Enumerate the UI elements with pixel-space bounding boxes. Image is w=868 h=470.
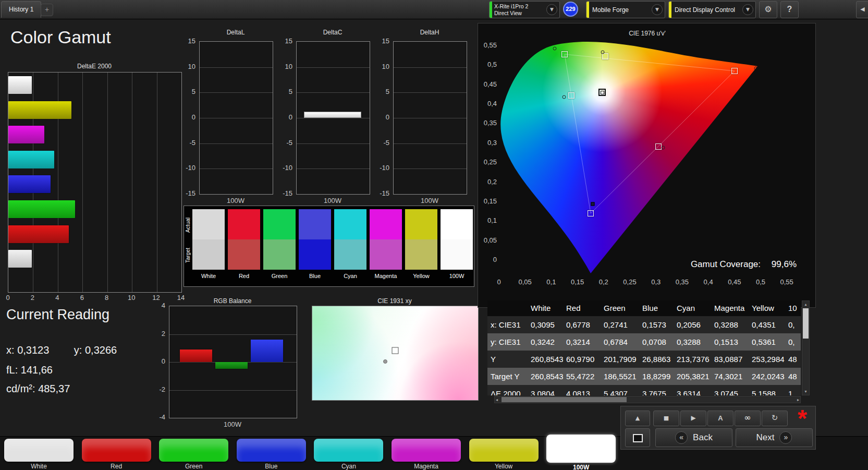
- pattern-button-magenta[interactable]: Magenta: [392, 437, 461, 470]
- axis-tick-label: 0,4: [479, 100, 497, 107]
- pattern-button-white[interactable]: White: [4, 437, 74, 470]
- gridline: [394, 92, 467, 93]
- cie1976-xaxis: 00,050,10,150,20,250,30,350,40,450,50,55: [499, 278, 801, 286]
- scroll-up-icon[interactable]: ▴: [802, 302, 809, 307]
- axis-tick-label: 0,3: [479, 139, 497, 147]
- axis-tick-label: 15: [376, 37, 389, 45]
- gridline: [297, 168, 370, 169]
- pattern-color-swatch: [82, 439, 151, 462]
- yellow-target-marker: [602, 53, 608, 59]
- help-button[interactable]: ?: [780, 1, 799, 18]
- axis-tick-label: 10: [128, 294, 135, 302]
- calibration-alert-button[interactable]: *: [791, 403, 814, 426]
- cie1976-title: CIE 1976 u'v': [478, 30, 816, 37]
- source-selector[interactable]: Mobile Forge ▼: [586, 1, 665, 18]
- deltah-plot: [393, 41, 467, 195]
- deltah-xlabel: 100W: [393, 197, 466, 204]
- axis-tick-label: -5: [279, 139, 292, 147]
- meter-count-badge[interactable]: 229: [563, 2, 578, 17]
- axis-tick-label: 0,55: [479, 41, 497, 49]
- pattern-button-green[interactable]: Green: [159, 437, 228, 470]
- pattern-color-swatch: [546, 435, 616, 463]
- axis-tick-label: 0,55: [780, 278, 793, 286]
- swatch-actual: [334, 209, 366, 239]
- gridline: [394, 143, 467, 144]
- reading-x: x: 0,3123 y: 0,3266: [6, 344, 117, 356]
- table-header-cell: [487, 300, 528, 316]
- axis-tick-label: 0,2: [479, 178, 497, 186]
- swatch-100w: 100W: [441, 206, 473, 284]
- table-cell: 0,5361: [749, 333, 785, 351]
- swatch-white: White: [192, 206, 225, 284]
- deltac-plot: [296, 41, 370, 195]
- swatch-actual: [263, 209, 296, 239]
- window-layout-button[interactable]: [625, 428, 650, 447]
- table-cell: 0,: [785, 333, 801, 351]
- back-button[interactable]: « Back: [655, 428, 732, 447]
- table-cell: 213,7376: [674, 351, 711, 368]
- window-layout-icon: [633, 434, 643, 442]
- gridline: [200, 168, 273, 169]
- reading-fl-value: 141,66: [21, 364, 53, 376]
- arrow-up-icon: ▲: [635, 415, 640, 421]
- add-tab-button[interactable]: +: [41, 4, 53, 16]
- swatch-actual: [370, 209, 402, 239]
- chevron-down-icon[interactable]: ▼: [742, 4, 753, 15]
- scroll-right-icon[interactable]: ▸: [797, 397, 799, 402]
- table-vertical-scrollbar[interactable]: ▴ ▾: [802, 300, 810, 395]
- chevron-down-icon[interactable]: ▼: [652, 4, 663, 15]
- axis-tick-label: -10: [376, 164, 389, 172]
- swatch-actual: [405, 209, 437, 239]
- swatch-cyan: Cyan: [334, 206, 366, 284]
- horizontal-scroll-thumb[interactable]: [502, 397, 627, 402]
- table-row: y: CIE310,32420,32140,67840,07080,32880,…: [487, 333, 801, 351]
- history-tab[interactable]: History 1: [1, 1, 41, 18]
- axis-tick-label: 0,15: [571, 278, 584, 286]
- collapse-panel-button[interactable]: ◀: [856, 1, 868, 18]
- table-header-cell: White: [528, 300, 563, 316]
- pattern-button-label: Blue: [237, 463, 306, 470]
- table-cell: 0,2741: [601, 316, 639, 333]
- pattern-button-blue[interactable]: Blue: [237, 437, 306, 470]
- axis-tick-label: 0,15: [479, 197, 497, 205]
- deltac-chart: DeltaC 151050-5-10-15 100W: [280, 29, 380, 203]
- deltac-xlabel: 100W: [296, 197, 369, 204]
- cyan-target-marker: [568, 92, 574, 99]
- next-button[interactable]: Next »: [736, 428, 813, 447]
- table-cell: 55,4722: [563, 368, 601, 385]
- chevron-double-right-icon: »: [779, 431, 792, 444]
- table-cell: 18,8299: [639, 368, 674, 385]
- continuous-read-button[interactable]: ∞: [735, 411, 761, 426]
- meter-selector[interactable]: X-Rite i1Pro 2Direct View ▼: [489, 1, 560, 18]
- pattern-button-red[interactable]: Red: [82, 437, 151, 470]
- gamut-coverage-value: 99,6%: [772, 259, 797, 269]
- stop-button[interactable]: ■: [653, 411, 679, 426]
- pattern-button[interactable]: A: [707, 411, 733, 426]
- pattern-button-cyan[interactable]: Cyan: [314, 437, 383, 470]
- refresh-icon: ↻: [772, 413, 778, 423]
- pattern-button-yellow[interactable]: Yellow: [469, 437, 539, 470]
- swatch-label: 100W: [441, 273, 473, 279]
- display-control-selector[interactable]: Direct Display Control ▼: [668, 1, 756, 18]
- reading-x-value: 0,3123: [17, 344, 49, 356]
- scroll-left-icon[interactable]: ◂: [496, 397, 498, 402]
- axis-tick-label: 0,45: [728, 278, 741, 286]
- swatch-target: [441, 239, 473, 270]
- vertical-scroll-thumb[interactable]: [803, 308, 809, 339]
- rgb-balance-plot: [169, 306, 297, 418]
- actual-row-label: Actual: [185, 210, 192, 239]
- app-window: History 1 + X-Rite i1Pro 2Direct View ▼ …: [0, 0, 868, 470]
- play-button[interactable]: ▶: [680, 411, 706, 426]
- settings-button[interactable]: ⚙: [759, 1, 777, 18]
- gamut-coverage: Gamut Coverage: 99,6%: [691, 259, 797, 270]
- pattern-button-label: Yellow: [469, 463, 539, 470]
- scroll-down-icon[interactable]: ▾: [802, 389, 809, 394]
- expand-up-button[interactable]: ▲: [625, 411, 650, 426]
- pattern-button-100w[interactable]: 100W: [546, 437, 616, 470]
- table-cell: 260,8543: [528, 351, 563, 368]
- refresh-button[interactable]: ↻: [762, 411, 788, 426]
- chevron-down-icon[interactable]: ▼: [546, 4, 557, 15]
- table-horizontal-scrollbar[interactable]: ◂ ▸: [494, 396, 801, 403]
- table-cell: 0,6784: [601, 333, 639, 351]
- table-header-row: WhiteRedGreenBlueCyanMagentaYellow10: [487, 300, 801, 316]
